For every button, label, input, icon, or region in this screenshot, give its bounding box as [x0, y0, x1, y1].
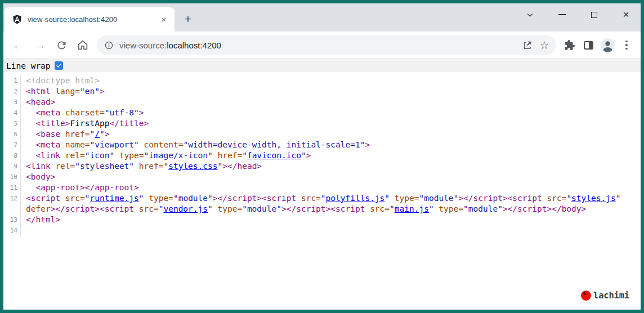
line-content: <head>: [21, 97, 641, 108]
source-token: type=: [213, 204, 242, 213]
address-bar[interactable]: view-source:localhost:4200 ☆: [97, 35, 556, 55]
line-wrap-checkbox[interactable]: [55, 61, 63, 70]
line-number: 11: [3, 182, 21, 193]
source-token: ></script><script: [51, 204, 134, 213]
maximize-button[interactable]: [583, 3, 605, 26]
line-content: <meta name="viewport" content="width=dev…: [21, 140, 641, 150]
source-line: 11 <app-root></app-root>: [3, 182, 641, 193]
line-content: [21, 225, 641, 236]
source-link[interactable]: runtime.js: [90, 194, 139, 203]
home-icon: [77, 39, 89, 51]
source-token: type=: [434, 204, 463, 213]
source-token: ": [100, 129, 105, 138]
line-number: 3: [3, 97, 21, 108]
source-line: 2<html lang="en">: [3, 86, 641, 97]
source-token: ": [208, 204, 213, 213]
watermark: lachimi: [581, 290, 629, 301]
view-source-page: Line wrap 1<!doctype html>2<html lang="e…: [3, 59, 641, 310]
source-link[interactable]: polyfills.js: [326, 194, 385, 203]
source-token: ": [390, 204, 395, 213]
line-content: <link rel="icon" type="image/x-icon" hre…: [21, 150, 641, 161]
source-token: </title>: [109, 119, 149, 128]
source-token: "width=device-width, initial-scale=1": [183, 140, 365, 149]
line-content: <script src="runtime.js" type="module"><…: [21, 193, 641, 214]
line-number: 5: [3, 118, 21, 129]
page-info-icon[interactable]: [104, 41, 114, 50]
home-button[interactable]: [72, 34, 93, 56]
source-token: ": [321, 194, 326, 203]
reload-button[interactable]: [51, 34, 72, 56]
source-token: [26, 119, 35, 128]
line-number: 13: [3, 214, 21, 225]
source-line: 9<link rel="stylesheet" href="styles.css…: [3, 161, 641, 172]
forward-button[interactable]: →: [29, 34, 51, 56]
tab-close-icon[interactable]: ×: [159, 15, 169, 25]
source-token: "module": [242, 204, 281, 213]
line-content: <base href="/">: [21, 129, 641, 140]
line-number: 4: [3, 108, 21, 118]
source-token: "module": [463, 204, 503, 213]
source-line: 12<script src="runtime.js" type="module"…: [3, 193, 641, 214]
source-token: [26, 129, 35, 138]
source-token: ": [566, 194, 571, 203]
side-panel-button[interactable]: [579, 35, 598, 55]
new-tab-button[interactable]: +: [180, 11, 196, 27]
source-token: charset=: [60, 108, 105, 117]
browser-toolbar: ← → view-source:localhost:4200 ☆: [3, 32, 641, 59]
url-host: localhost:4200: [167, 41, 221, 50]
maximize-icon: [591, 12, 597, 18]
minimize-icon: [558, 14, 566, 15]
profile-avatar[interactable]: [598, 35, 617, 55]
source-token: src=: [60, 194, 85, 203]
source-token: FirstApp: [70, 119, 110, 128]
source-token: "utf-8": [105, 108, 139, 117]
source-token: [26, 183, 35, 192]
window-close-button[interactable]: ×: [615, 3, 637, 26]
watermark-text: lachimi: [593, 290, 629, 301]
reload-icon: [56, 39, 68, 51]
line-content: <!doctype html>: [21, 75, 641, 86]
source-link[interactable]: styles.css: [168, 162, 217, 171]
source-token: "module": [419, 194, 458, 203]
bookmark-button[interactable]: ☆: [536, 37, 553, 53]
source-token: name=: [60, 140, 90, 149]
back-button[interactable]: ←: [8, 34, 29, 56]
puzzle-icon: [564, 39, 575, 51]
source-line: 10<body>: [3, 172, 641, 182]
tab-search-chevron-icon[interactable]: [518, 3, 541, 26]
menu-button[interactable]: [617, 35, 636, 55]
source-link[interactable]: main.js: [395, 204, 429, 213]
source-token: [26, 108, 35, 117]
source-token: <link: [26, 162, 51, 171]
source-token: "stylesheet": [75, 162, 134, 171]
share-button[interactable]: [519, 37, 536, 53]
minimize-button[interactable]: [551, 3, 573, 26]
source-token: <app-root></app-root>: [35, 183, 138, 192]
line-content: <link rel="stylesheet" href="styles.css"…: [21, 161, 641, 172]
source-line: 4 <meta charset="utf-8">: [3, 108, 641, 118]
tab-view-source[interactable]: view-source:localhost:4200 ×: [5, 7, 175, 32]
source-token: ": [90, 129, 95, 138]
source-token: ></script></body>: [503, 204, 586, 213]
extensions-button[interactable]: [560, 35, 579, 55]
source-token: type=: [114, 151, 144, 160]
source-token: >: [105, 129, 110, 138]
source-token: ></script><script: [458, 194, 542, 203]
source-token: ": [85, 194, 90, 203]
line-content: <title>FirstApp</title>: [21, 118, 641, 129]
source-token: <base: [35, 129, 60, 138]
source-token: src=: [542, 194, 567, 203]
source-link[interactable]: favicon.ico: [247, 151, 301, 160]
source-token: rel=: [51, 162, 75, 171]
url-text: view-source:localhost:4200: [119, 41, 519, 50]
source-token: href=: [60, 129, 90, 138]
source-link[interactable]: /: [95, 129, 100, 138]
source-token: ": [429, 204, 434, 213]
source-token: <title>: [35, 119, 70, 128]
watermark-logo-icon: [581, 290, 591, 301]
source-link[interactable]: styles.js: [571, 194, 616, 203]
source-code: 1<!doctype html>2<html lang="en">3<head>…: [3, 75, 641, 236]
source-line: 7 <meta name="viewport" content="width=d…: [3, 140, 641, 150]
source-link[interactable]: vendor.js: [163, 204, 208, 213]
line-number: 14: [3, 225, 21, 236]
